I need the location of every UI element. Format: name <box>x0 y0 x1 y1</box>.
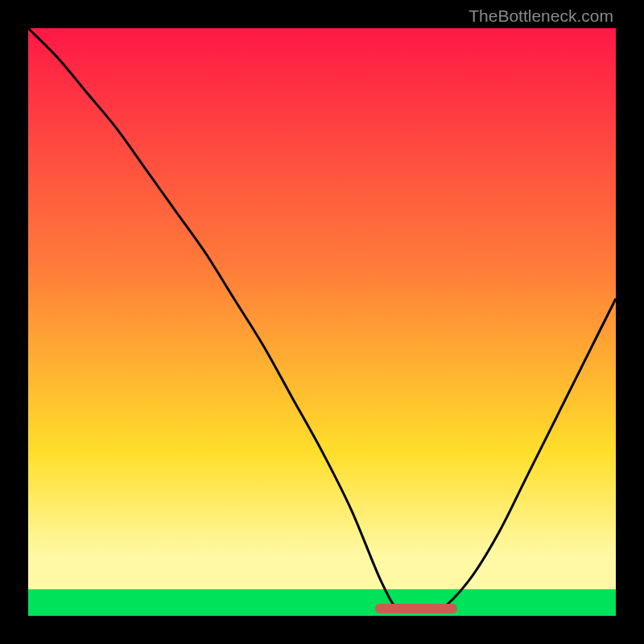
chart-frame: TheBottleneck.com <box>0 0 644 644</box>
curve-svg <box>28 28 616 616</box>
watermark-text: TheBottleneck.com <box>469 6 613 26</box>
bottleneck-curve <box>28 28 616 612</box>
optimal-range-band <box>375 604 457 613</box>
plot-area <box>28 28 616 616</box>
